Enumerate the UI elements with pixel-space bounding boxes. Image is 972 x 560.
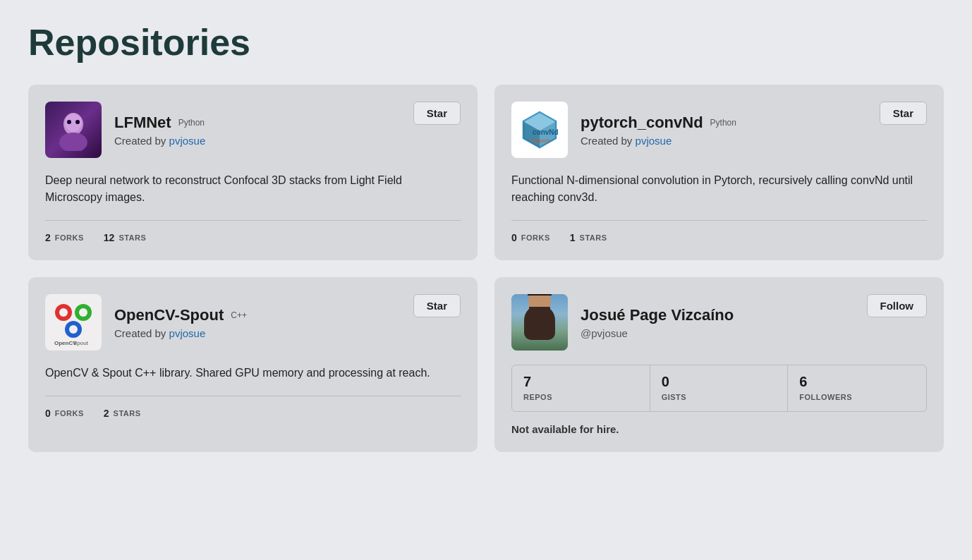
svg-point-16 xyxy=(69,325,78,334)
svg-text:Pytorch: Pytorch xyxy=(531,138,550,144)
svg-point-14 xyxy=(79,308,87,317)
forks-label: FORKS xyxy=(55,233,84,242)
repo-card-lfmnet: LFMNet Python Created by pvjosue Star De… xyxy=(28,85,478,260)
repo-creator-pytorch: Created by pvjosue xyxy=(581,135,927,147)
forks-count-pytorch: 0 xyxy=(511,232,517,243)
gists-stat-cell: 0 GISTS xyxy=(650,365,789,411)
svg-point-1 xyxy=(59,133,87,151)
repo-description-opencv: OpenCV & Spout C++ library. Shared GPU m… xyxy=(45,365,461,382)
forks-stat-pytorch: 0 FORKS xyxy=(511,232,550,243)
repo-stats-lfmnet: 2 FORKS 12 STARS xyxy=(45,232,461,243)
repo-info-opencv: OpenCV-Spout C++ Created by pvjosue xyxy=(114,306,461,339)
creator-link-opencv[interactable]: pvjosue xyxy=(169,327,206,339)
forks-count-opencv: 0 xyxy=(45,408,51,419)
forks-count: 2 xyxy=(45,232,51,243)
repo-creator: Created by pvjosue xyxy=(114,135,461,147)
stars-count: 12 xyxy=(104,232,115,243)
repos-label: REPOS xyxy=(523,393,552,401)
followers-label: FOLLOWERS xyxy=(799,393,852,401)
repo-info-lfmnet: LFMNet Python Created by pvjosue xyxy=(114,114,461,147)
repo-avatar-lfmnet xyxy=(45,102,102,158)
divider-pytorch xyxy=(511,220,927,221)
stars-stat-pytorch: 1 STARS xyxy=(570,232,607,243)
svg-point-3 xyxy=(67,120,71,124)
svg-text:convNd: convNd xyxy=(533,128,559,136)
user-handle: @pvjosue xyxy=(581,327,927,339)
follow-button[interactable]: Follow xyxy=(867,294,928,317)
user-stats-grid: 7 REPOS 0 GISTS 6 FOLLOWERS xyxy=(511,365,927,412)
repo-avatar-opencv: OpenCV Spout xyxy=(45,294,102,351)
star-button-pytorch[interactable]: Star xyxy=(880,102,927,125)
card-header-opencv: OpenCV Spout OpenCV-Spout C++ Created by… xyxy=(45,294,461,351)
user-card: Follow Josué Page Vizcaíno @pvjo xyxy=(494,277,944,452)
repos-count: 7 xyxy=(523,374,638,390)
star-button-opencv[interactable]: Star xyxy=(413,294,461,317)
stars-label-pytorch: STARS xyxy=(580,233,607,242)
user-avatar xyxy=(511,294,568,351)
repo-language: Python xyxy=(178,118,205,128)
forks-stat-opencv: 0 FORKS xyxy=(45,408,84,419)
card-header: LFMNet Python Created by pvjosue xyxy=(45,102,461,158)
repo-card-pytorch: convNd Pytorch pytorch_convNd Python Cre… xyxy=(494,85,944,260)
divider xyxy=(45,220,461,221)
repo-description-lfmnet: Deep neural network to reconstruct Confo… xyxy=(45,172,461,206)
repo-name-row-pytorch: pytorch_convNd Python xyxy=(581,114,927,132)
forks-label-opencv: FORKS xyxy=(55,409,84,418)
followers-stat-cell: 6 FOLLOWERS xyxy=(788,365,926,411)
hire-status: Not available for hire. xyxy=(511,423,927,435)
repo-stats-pytorch: 0 FORKS 1 STARS xyxy=(511,232,927,243)
repo-name-opencv: OpenCV-Spout xyxy=(114,306,224,324)
stars-count-pytorch: 1 xyxy=(570,232,576,243)
card-header-pytorch: convNd Pytorch pytorch_convNd Python Cre… xyxy=(511,102,927,158)
repo-card-opencv: OpenCV Spout OpenCV-Spout C++ Created by… xyxy=(28,277,478,452)
stars-stat: 12 STARS xyxy=(104,232,147,243)
repo-name-pytorch: pytorch_convNd xyxy=(581,114,703,132)
repo-name-row: LFMNet Python xyxy=(114,114,461,132)
divider-opencv xyxy=(45,396,461,396)
repo-language-pytorch: Python xyxy=(710,118,736,128)
repo-name-row-opencv: OpenCV-Spout C++ xyxy=(114,306,461,324)
repo-info-pytorch: pytorch_convNd Python Created by pvjosue xyxy=(581,114,927,147)
gists-count: 0 xyxy=(662,374,777,390)
repo-description-pytorch: Functional N-dimensional convolution in … xyxy=(511,172,927,206)
repo-stats-opencv: 0 FORKS 2 STARS xyxy=(45,408,461,419)
page-title: Repositories xyxy=(28,21,944,63)
gists-label: GISTS xyxy=(662,393,687,401)
forks-label-pytorch: FORKS xyxy=(521,233,550,242)
stars-label: STARS xyxy=(119,233,146,242)
user-card-header: Josué Page Vizcaíno @pvjosue xyxy=(511,294,927,351)
stars-count-opencv: 2 xyxy=(104,408,109,419)
followers-count: 6 xyxy=(799,374,915,390)
repo-name: LFMNet xyxy=(114,114,171,132)
repo-creator-opencv: Created by pvjosue xyxy=(114,327,461,339)
svg-point-12 xyxy=(59,308,68,317)
stars-label-opencv: STARS xyxy=(114,409,141,418)
repo-avatar-pytorch: convNd Pytorch xyxy=(511,102,568,158)
star-button-lfmnet[interactable]: Star xyxy=(413,102,461,125)
svg-point-4 xyxy=(75,120,80,124)
repo-language-opencv: C++ xyxy=(231,310,247,320)
stars-stat-opencv: 2 STARS xyxy=(104,408,141,419)
creator-link-pytorch[interactable]: pvjosue xyxy=(636,135,672,147)
svg-text:Spout: Spout xyxy=(73,340,89,346)
repos-grid: LFMNet Python Created by pvjosue Star De… xyxy=(28,85,944,452)
creator-link[interactable]: pvjosue xyxy=(169,135,206,147)
forks-stat: 2 FORKS xyxy=(45,232,84,243)
repos-stat-cell: 7 REPOS xyxy=(512,365,650,411)
